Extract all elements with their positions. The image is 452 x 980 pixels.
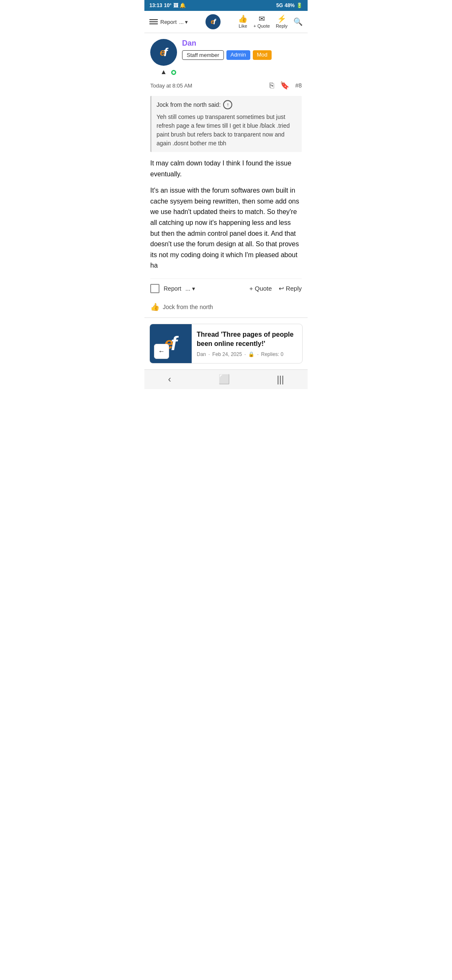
status-network: 5G [276,3,283,8]
quote-nav-label: + Quote [253,23,270,28]
status-temp: 10° [164,3,172,8]
status-left: 13:13 10° 🖼 🔔 [149,3,186,8]
quote-icon: ✉ [259,15,265,23]
report-button[interactable]: Report [160,19,177,25]
author-section: e f ▲ Dan Staff member Admin Mod [150,39,302,76]
post-actions-left: Report ... ▾ [150,284,195,293]
post-meta-actions: ⎘ 🔖 #8 [270,81,302,90]
thread-visibility-icon: 🔒 [248,351,254,357]
logo-f: f [213,18,216,26]
site-logo: e f [205,14,221,29]
author-info: Dan Staff member Admin Mod [182,39,302,60]
reply-icon: ⚡ [277,15,286,23]
thread-card-content: Thread 'Three pages of people been onlin… [192,324,302,363]
section-divider [144,317,308,318]
search-icon: 🔍 [293,18,303,26]
status-right: 5G 48% 🔋 [276,3,303,8]
back-nav-button[interactable]: ‹ [168,374,171,385]
thread-date: Feb 24, 2025 [212,351,242,357]
nav-left: Report ... ▾ [149,19,188,25]
post-paragraph-2: It's an issue with the forum softwares o… [150,185,302,271]
recents-nav-button[interactable]: ||| [277,374,284,385]
thumbs-up-icon: 👍 [238,15,247,23]
hamburger-menu[interactable] [149,19,158,24]
more-dropdown-button[interactable]: ... ▾ [179,19,188,25]
admin-badge: Admin [226,50,250,60]
reply-nav-button[interactable]: ⚡ Reply [276,15,288,28]
reply-nav-label: Reply [276,23,288,28]
quote-link-icon[interactable]: ↑ [223,100,232,109]
bookmark-icon[interactable]: 🔖 [280,81,289,90]
bottom-nav: ‹ ⬜ ||| [144,369,308,389]
top-nav: Report ... ▾ e f 👍 Like ✉ + Quote ⚡ Repl… [144,11,308,33]
online-indicator [170,69,177,76]
select-post-checkbox[interactable] [150,284,159,293]
reply-label: Reply [286,285,302,292]
quote-author-text: Jock from the north said: [157,101,221,108]
thread-dot-2: · [244,351,246,357]
thread-author: Dan [197,351,206,357]
post-content: It may calm down today I think I found t… [150,158,302,271]
post-meta: Today at 8:05 AM ⎘ 🔖 #8 [150,81,302,90]
thread-replies: Replies: 0 [261,351,283,357]
post-actions: Report ... ▾ + Quote ↩ Reply [150,279,302,298]
share-icon[interactable]: ⎘ [270,81,274,90]
thread-meta: Dan · Feb 24, 2025 · 🔒 · Replies: 0 [197,351,297,357]
thread-card-logo: e f ← [150,324,192,363]
reply-arrow-icon: ↩ [279,285,284,292]
search-nav-button[interactable]: 🔍 [293,18,303,26]
post-container: e f ▲ Dan Staff member Admin Mod Today a… [144,33,308,317]
quote-nav-button[interactable]: ✉ + Quote [253,15,270,28]
nav-right: 👍 Like ✉ + Quote ⚡ Reply 🔍 [238,15,303,28]
post-quote-button[interactable]: + Quote [249,285,272,292]
status-time: 13:13 [149,3,162,8]
thread-card[interactable]: e f ← Thread 'Three pages of people been… [149,324,303,364]
post-more-button[interactable]: ... ▾ [185,285,195,292]
back-button[interactable]: ← [154,344,169,359]
like-nav-button[interactable]: 👍 Like [238,15,247,28]
quote-text: Yeh still comes up transparent sometimes… [157,113,297,148]
post-report-button[interactable]: Report [164,285,181,292]
status-bar: 13:13 10° 🖼 🔔 5G 48% 🔋 [144,0,308,11]
home-nav-button[interactable]: ⬜ [218,374,230,385]
author-name: Dan [182,39,302,48]
avatar-wrap: e f ▲ [150,39,177,76]
like-nav-label: Like [239,23,247,28]
status-icons: 🖼 🔔 [173,3,186,8]
mod-badge: Mod [253,50,272,60]
post-actions-right: + Quote ↩ Reply [249,285,302,292]
thread-dot-1: · [208,351,210,357]
quote-author: Jock from the north said: ↑ [157,100,297,109]
thumbs-up-icon: 👍 [150,302,159,312]
post-number: #8 [295,82,302,89]
quote-block: Jock from the north said: ↑ Yeh still co… [150,96,302,152]
author-badges: Staff member Admin Mod [182,50,302,60]
nav-center-logo: e f [205,14,221,29]
post-timestamp: Today at 8:05 AM [150,83,192,89]
like-bar: 👍 Jock from the north [150,298,302,317]
thread-title: Thread 'Three pages of people been onlin… [197,330,297,349]
status-battery: 48% [285,3,295,8]
battery-icon: 🔋 [296,3,303,8]
thread-dot-3: · [257,351,258,357]
post-reply-button[interactable]: ↩ Reply [279,285,302,292]
like-user-name[interactable]: Jock from the north [163,304,213,310]
staff-badge: Staff member [182,50,224,60]
post-paragraph-1: It may calm down today I think I found t… [150,158,302,179]
back-arrow-icon: ← [158,348,165,355]
author-avatar: e f [150,39,177,66]
